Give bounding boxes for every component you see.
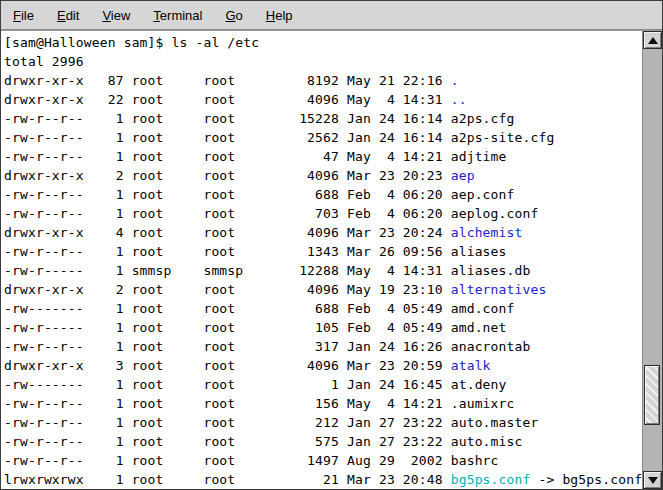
file-attributes: lrwxrwxrwx 1 root root 21 Mar 23 20:48 bbox=[4, 472, 451, 487]
terminal-line: -rw------- 1 root root 688 Feb 4 05:49 a… bbox=[4, 299, 642, 318]
file-attributes: -rw-r--r-- 1 root root 575 Jan 27 23:22 bbox=[4, 434, 451, 449]
menu-item-edit[interactable]: Edit bbox=[49, 5, 87, 26]
scroll-down-button[interactable] bbox=[643, 471, 662, 489]
terminal-line: -rw-r--r-- 1 root root 575 Jan 27 23:22 … bbox=[4, 432, 642, 451]
file-attributes: -rw-r--r-- 1 root root 212 Jan 27 23:22 bbox=[4, 415, 451, 430]
file-attributes: drwxr-xr-x 22 root root 4096 May 4 14:31 bbox=[4, 92, 451, 107]
file-name: aep.conf bbox=[451, 187, 515, 202]
file-name: amd.net bbox=[451, 320, 507, 335]
file-attributes: drwxr-xr-x 2 root root 4096 May 19 23:10 bbox=[4, 282, 451, 297]
scrollbar bbox=[642, 31, 662, 489]
file-name: aliases.db bbox=[451, 263, 531, 278]
file-name: anacrontab bbox=[451, 339, 531, 354]
file-attributes: -rw-r--r-- 1 root root 156 May 4 14:21 bbox=[4, 396, 451, 411]
scroll-up-button[interactable] bbox=[643, 31, 662, 49]
scrollbar-thumb[interactable] bbox=[644, 365, 660, 425]
file-attributes: -rw-r--r-- 1 root root 47 May 4 14:21 bbox=[4, 149, 451, 164]
file-name: auto.misc bbox=[451, 434, 523, 449]
file-attributes: -rw-r----- 1 smmsp smmsp 12288 May 4 14:… bbox=[4, 263, 451, 278]
file-name: aeplog.conf bbox=[451, 206, 539, 221]
terminal-line: -rw-r--r-- 1 root root 47 May 4 14:21 ad… bbox=[4, 147, 642, 166]
menu-item-help[interactable]: Help bbox=[258, 5, 301, 26]
symlink-name: bg5ps.conf bbox=[451, 472, 531, 487]
terminal-line: -rw-r--r-- 1 root root 703 Feb 4 06:20 a… bbox=[4, 204, 642, 223]
terminal-output[interactable]: [sam@Halloween sam]$ ls -al /etctotal 29… bbox=[1, 31, 642, 489]
terminal-line: total 2996 bbox=[4, 52, 642, 71]
file-attributes: -rw-r--r-- 1 root root 1497 Aug 29 2002 bbox=[4, 453, 451, 468]
scrollbar-track[interactable] bbox=[643, 49, 662, 471]
terminal-line: -rw-r--r-- 1 root root 688 Feb 4 06:20 a… bbox=[4, 185, 642, 204]
file-attributes: -rw-r--r-- 1 root root 688 Feb 4 06:20 bbox=[4, 187, 451, 202]
file-attributes: drwxr-xr-x 87 root root 8192 May 21 22:1… bbox=[4, 73, 451, 88]
file-name: bashrc bbox=[451, 453, 499, 468]
file-name: auto.master bbox=[451, 415, 539, 430]
terminal-content: [sam@Halloween sam]$ ls -al /etctotal 29… bbox=[1, 30, 662, 489]
terminal-line: -rw-r--r-- 1 root root 1497 Aug 29 2002 … bbox=[4, 451, 642, 470]
menu-item-file[interactable]: File bbox=[5, 5, 42, 26]
up-arrow-icon bbox=[648, 37, 658, 44]
terminal-line: -rw-r--r-- 1 root root 156 May 4 14:21 .… bbox=[4, 394, 642, 413]
file-attributes: -rw-r--r-- 1 root root 1343 Mar 26 09:56 bbox=[4, 244, 451, 259]
file-attributes: drwxr-xr-x 4 root root 4096 Mar 23 20:24 bbox=[4, 225, 451, 240]
menu-item-go[interactable]: Go bbox=[217, 5, 250, 26]
directory-name: alchemist bbox=[451, 225, 523, 240]
file-attributes: -rw-r--r-- 1 root root 317 Jan 24 16:26 bbox=[4, 339, 451, 354]
file-attributes: -rw-r--r-- 1 root root 15228 Jan 24 16:1… bbox=[4, 111, 451, 126]
terminal-line: -rw-r--r-- 1 root root 317 Jan 24 16:26 … bbox=[4, 337, 642, 356]
file-name: at.deny bbox=[451, 377, 507, 392]
directory-name: .. bbox=[451, 92, 467, 107]
terminal-line: -rw------- 1 root root 1 Jan 24 16:45 at… bbox=[4, 375, 642, 394]
file-attributes: -rw-r--r-- 1 root root 703 Feb 4 06:20 bbox=[4, 206, 451, 221]
terminal-line: lrwxrwxrwx 1 root root 21 Mar 23 20:48 b… bbox=[4, 470, 642, 489]
directory-name: aep bbox=[451, 168, 475, 183]
terminal-line: -rw-r--r-- 1 root root 15228 Jan 24 16:1… bbox=[4, 109, 642, 128]
down-arrow-icon bbox=[648, 477, 658, 484]
terminal-line: -rw-r----- 1 root root 105 Feb 4 05:49 a… bbox=[4, 318, 642, 337]
total-line: total 2996 bbox=[4, 54, 84, 69]
file-attributes: -rw-r--r-- 1 root root 2562 Jan 24 16:14 bbox=[4, 130, 451, 145]
terminal-line: drwxr-xr-x 4 root root 4096 Mar 23 20:24… bbox=[4, 223, 642, 242]
terminal-window: FileEditViewTerminalGoHelp [sam@Hallowee… bbox=[0, 0, 663, 490]
terminal-line: [sam@Halloween sam]$ ls -al /etc bbox=[4, 33, 642, 52]
shell-prompt-command: [sam@Halloween sam]$ ls -al /etc bbox=[4, 35, 259, 50]
terminal-line: -rw-r--r-- 1 root root 1343 Mar 26 09:56… bbox=[4, 242, 642, 261]
file-attributes: -rw------- 1 root root 1 Jan 24 16:45 bbox=[4, 377, 451, 392]
terminal-line: drwxr-xr-x 3 root root 4096 Mar 23 20:59… bbox=[4, 356, 642, 375]
file-name: .aumixrc bbox=[451, 396, 515, 411]
directory-name: atalk bbox=[451, 358, 491, 373]
menu-item-terminal[interactable]: Terminal bbox=[145, 5, 210, 26]
file-attributes: drwxr-xr-x 2 root root 4096 Mar 23 20:23 bbox=[4, 168, 451, 183]
terminal-line: -rw-r--r-- 1 root root 2562 Jan 24 16:14… bbox=[4, 128, 642, 147]
menu-item-view[interactable]: View bbox=[94, 5, 138, 26]
symlink-target: -> bg5ps.conf bbox=[530, 472, 642, 487]
menu-bar: FileEditViewTerminalGoHelp bbox=[1, 1, 662, 30]
terminal-line: drwxr-xr-x 2 root root 4096 Mar 23 20:23… bbox=[4, 166, 642, 185]
file-attributes: -rw-r----- 1 root root 105 Feb 4 05:49 bbox=[4, 320, 451, 335]
terminal-line: drwxr-xr-x 87 root root 8192 May 21 22:1… bbox=[4, 71, 642, 90]
file-name: a2ps-site.cfg bbox=[451, 130, 555, 145]
file-name: a2ps.cfg bbox=[451, 111, 515, 126]
terminal-line: -rw-r----- 1 smmsp smmsp 12288 May 4 14:… bbox=[4, 261, 642, 280]
file-name: adjtime bbox=[451, 149, 507, 164]
terminal-line: drwxr-xr-x 22 root root 4096 May 4 14:31… bbox=[4, 90, 642, 109]
directory-name: alternatives bbox=[451, 282, 547, 297]
file-attributes: drwxr-xr-x 3 root root 4096 Mar 23 20:59 bbox=[4, 358, 451, 373]
terminal-line: -rw-r--r-- 1 root root 212 Jan 27 23:22 … bbox=[4, 413, 642, 432]
directory-name: . bbox=[451, 73, 459, 88]
terminal-line: drwxr-xr-x 2 root root 4096 May 19 23:10… bbox=[4, 280, 642, 299]
file-name: amd.conf bbox=[451, 301, 515, 316]
file-attributes: -rw------- 1 root root 688 Feb 4 05:49 bbox=[4, 301, 451, 316]
file-name: aliases bbox=[451, 244, 507, 259]
